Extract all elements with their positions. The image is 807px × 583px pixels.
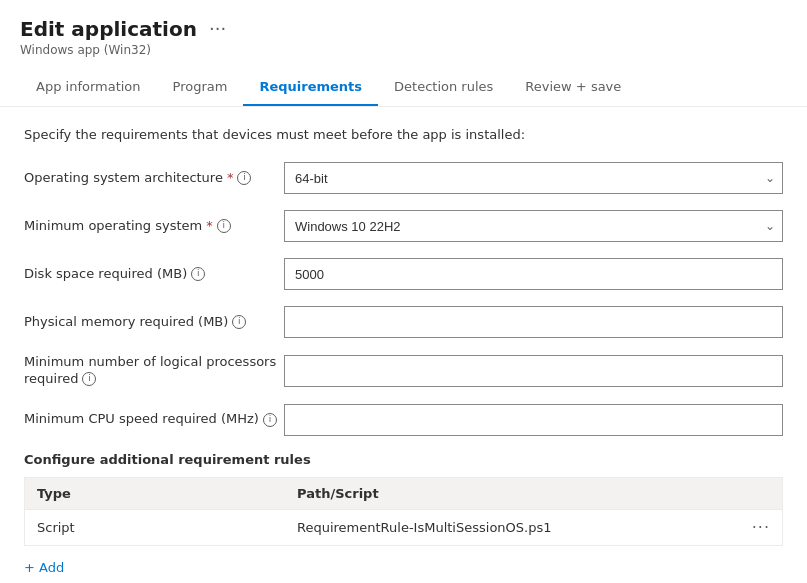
logical-processors-row: Minimum number of logical processors req… [24,354,783,388]
more-options-icon[interactable]: ··· [205,16,230,41]
logical-processors-label: Minimum number of logical processors req… [24,354,284,388]
title-row: Edit application ··· [20,16,787,41]
os-architecture-info-icon[interactable]: i [237,171,251,185]
additional-rules-table: Type Path/Script Script RequirementRule-… [24,477,783,546]
table-row: Script RequirementRule-IsMultiSessionOS.… [25,510,782,545]
os-architecture-row: Operating system architecture * i Not co… [24,162,783,194]
min-os-select-wrapper: Windows 10 1607 Windows 10 1703 Windows … [284,210,783,242]
cpu-speed-row: Minimum CPU speed required (MHz) i [24,404,783,436]
os-architecture-select-wrapper: Not configured 32-bit 64-bit 32-bit and … [284,162,783,194]
cpu-speed-info-icon[interactable]: i [263,413,277,427]
os-architecture-select[interactable]: Not configured 32-bit 64-bit 32-bit and … [284,162,783,194]
col-path-header: Path/Script [297,486,770,501]
min-os-row: Minimum operating system * i Windows 10 … [24,210,783,242]
physical-memory-control [284,306,783,338]
min-os-select[interactable]: Windows 10 1607 Windows 10 1703 Windows … [284,210,783,242]
min-os-info-icon[interactable]: i [217,219,231,233]
min-os-label: Minimum operating system * i [24,218,284,235]
disk-space-label: Disk space required (MB) i [24,266,284,283]
physical-memory-input[interactable] [284,306,783,338]
disk-space-input[interactable] [284,258,783,290]
additional-rules-title: Configure additional requirement rules [24,452,783,467]
disk-space-info-icon[interactable]: i [191,267,205,281]
os-architecture-label: Operating system architecture * i [24,170,284,187]
os-architecture-control: Not configured 32-bit 64-bit 32-bit and … [284,162,783,194]
tab-detection-rules[interactable]: Detection rules [378,69,509,106]
logical-processors-info-icon[interactable]: i [82,372,96,386]
disk-space-control [284,258,783,290]
tab-program[interactable]: Program [157,69,244,106]
requirements-form: Operating system architecture * i Not co… [24,162,783,575]
cpu-speed-label: Minimum CPU speed required (MHz) i [24,411,284,428]
os-architecture-required: * [227,170,234,187]
content-area: Specify the requirements that devices mu… [0,107,807,583]
disk-space-row: Disk space required (MB) i [24,258,783,290]
page-header: Edit application ··· Windows app (Win32)… [0,0,807,107]
cpu-speed-input[interactable] [284,404,783,436]
physical-memory-label: Physical memory required (MB) i [24,314,284,331]
tab-review-save[interactable]: Review + save [509,69,637,106]
physical-memory-info-icon[interactable]: i [232,315,246,329]
tab-requirements[interactable]: Requirements [243,69,378,106]
table-header: Type Path/Script [25,478,782,510]
nav-tabs: App information Program Requirements Det… [20,69,787,106]
physical-memory-row: Physical memory required (MB) i [24,306,783,338]
cell-path: RequirementRule-IsMultiSessionOS.ps1 [297,520,738,535]
tab-app-information[interactable]: App information [20,69,157,106]
logical-processors-control [284,355,783,387]
requirements-description: Specify the requirements that devices mu… [24,127,783,142]
cell-type: Script [37,520,297,535]
col-type-header: Type [37,486,297,501]
logical-processors-input[interactable] [284,355,783,387]
min-os-required: * [206,218,213,235]
page-subtitle: Windows app (Win32) [20,43,787,57]
add-rule-link[interactable]: + Add [24,560,64,575]
cpu-speed-control [284,404,783,436]
page-title: Edit application [20,17,197,41]
row-actions-icon[interactable]: ··· [738,518,770,537]
min-os-control: Windows 10 1607 Windows 10 1703 Windows … [284,210,783,242]
